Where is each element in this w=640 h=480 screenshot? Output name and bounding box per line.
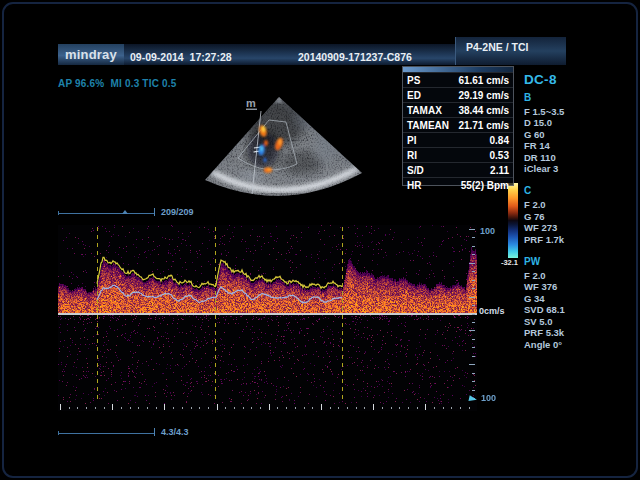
param-item: F 1.5~3.5 [524,106,636,117]
measurement-row: HR55(2) Bpm [403,177,513,192]
probe-mode: P4-2NE / TCI [466,41,528,53]
acoustic-output-readout: AP 96.6% MI 0.3 TIC 0.5 [58,78,177,89]
cine-frame-count: 209/209 [161,207,194,217]
meas-value: 38.44 cm/s [458,105,509,116]
measurement-row: ED29.19 cm/s [403,87,513,102]
meas-value: 2.11 [490,165,509,176]
bmode-param-group: B F 1.5~3.5 D 15.0 G 60 FR 14 DR 110 iCl… [524,92,636,174]
exam-id: 20140909-171237-C876 [298,51,412,63]
velocity-axis-baseline: 0cm/s [479,306,505,316]
measurement-row: PS61.61 cm/s [403,72,513,87]
color-param-group: C F 2.0 G 76 WF 273 PRF 1.7k [524,185,636,245]
cine-loop-marker[interactable] [122,210,128,214]
meas-label: PS [407,75,420,86]
group-header-c: C [524,185,636,197]
param-item: SV 5.0 [524,316,636,327]
cine-track[interactable] [58,213,155,214]
velocity-axis-top: 100 [480,226,495,236]
param-item: G 76 [524,211,636,222]
meas-value: 0.53 [490,150,509,161]
group-header-pw: PW [524,256,636,268]
meas-value: 0.84 [490,135,509,146]
param-item: DR 110 [524,152,636,163]
meas-value: 21.71 cm/s [458,120,509,131]
velocity-axis-bottom: 100 [481,393,496,403]
probe-panel: P4-2NE / TCI [455,37,566,65]
measurement-row: RI0.53 [403,147,513,162]
sweep-track[interactable] [58,433,155,434]
param-item: WF 376 [524,281,636,292]
cine-position-handle[interactable] [154,208,155,216]
meas-label: RI [407,150,417,161]
sweep-progress-bar[interactable]: 4.3/4.3 [58,427,268,441]
sweep-time-count: 4.3/4.3 [161,427,189,437]
mindray-logo: mindray [65,47,117,62]
measurement-row: PI0.84 [403,132,513,147]
param-item: FR 14 [524,140,636,151]
datetime: 09-09-2014 17:27:28 [130,51,232,63]
meas-value: 55(2) Bpm [461,180,509,191]
param-item: SVD 68.1 [524,304,636,315]
meas-label: S/D [407,165,424,176]
meas-label: ED [407,90,421,101]
param-item: PRF 5.3k [524,327,636,338]
meas-label: PI [407,135,416,146]
meas-label: HR [407,180,421,191]
cine-progress-bar[interactable]: 209/209 [58,207,268,221]
param-item: G 34 [524,293,636,304]
color-velocity-scale [508,183,518,258]
svg-text:m: m [246,97,256,109]
measurement-row: S/D2.11 [403,162,513,177]
system-model: DC-8 [524,72,636,87]
sweep-position-handle[interactable] [154,428,155,436]
meas-value: 61.61 cm/s [458,75,509,86]
measurement-row: TAMAX38.44 cm/s [403,102,513,117]
param-item: PRF 1.7k [524,234,636,245]
param-item: D 15.0 [524,117,636,128]
param-item: WF 273 [524,222,636,233]
param-item: Angle 0° [524,339,636,350]
brand-panel: mindray [58,44,124,65]
meas-value: 29.19 cm/s [458,90,509,101]
color-scale-value: -32.1 [492,258,518,267]
pw-param-group: PW F 2.0 WF 376 G 34 SVD 68.1 SV 5.0 PRF… [524,256,636,350]
pw-spectrum-canvas [58,225,477,411]
group-header-b: B [524,92,636,104]
param-item: G 60 [524,129,636,140]
param-item: F 2.0 [524,270,636,281]
measurement-row: TAMEAN21.71 cm/s [403,117,513,132]
param-item: F 2.0 [524,199,636,210]
orientation-marker: m [246,97,257,110]
bmode-sector-image: m [185,88,410,210]
top-menu-bar: mindray 09-09-2014 17:27:28 20140909-171… [58,44,565,65]
measurement-results-window: PS61.61 cm/s ED29.19 cm/s TAMAX38.44 cm/… [402,66,514,186]
parameter-sidebar: DC-8 B F 1.5~3.5 D 15.0 G 60 FR 14 DR 11… [524,72,636,361]
meas-label: TAMAX [407,105,442,116]
meas-label: TAMEAN [407,120,449,131]
param-item: iClear 3 [524,163,636,174]
